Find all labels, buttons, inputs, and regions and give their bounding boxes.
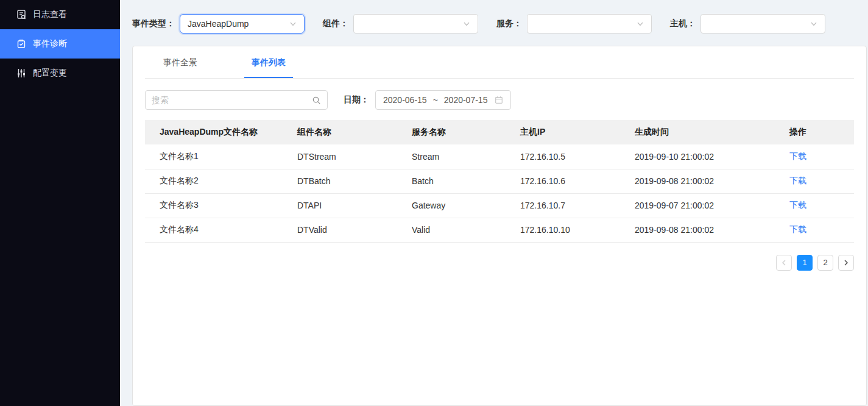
cell-component: DTAPI <box>297 193 412 218</box>
component-select[interactable] <box>353 14 478 34</box>
date-label: 日期： <box>344 94 369 105</box>
cell-ip: 172.16.10.5 <box>520 144 635 169</box>
sidebar-item-log-view[interactable]: 日志查看 <box>0 0 120 29</box>
cell-ip: 172.16.10.7 <box>520 193 635 218</box>
cell-time: 2019-09-07 21:00:02 <box>635 193 789 218</box>
tab-event-list[interactable]: 事件列表 <box>244 46 293 78</box>
cell-service: Stream <box>412 144 520 169</box>
col-file-name: JavaHeapDump文件名称 <box>145 120 297 144</box>
sidebar-item-label: 事件诊断 <box>33 38 67 49</box>
col-action: 操作 <box>789 120 854 144</box>
cell-time: 2019-09-08 21:00:02 <box>635 169 789 193</box>
chevron-down-icon <box>289 20 297 27</box>
search-icon[interactable] <box>312 96 321 105</box>
clipboard-check-icon <box>16 38 27 49</box>
cell-ip: 172.16.10.10 <box>520 218 635 242</box>
cell-file-name: 文件名称3 <box>145 193 297 218</box>
filter-host: 主机： <box>670 14 825 34</box>
date-range-picker[interactable]: 2020-06-15 ~ 2020-07-15 <box>375 90 511 110</box>
sidebar: 日志查看 事件诊断 配置变更 <box>0 0 120 406</box>
prev-page-button[interactable] <box>776 255 792 271</box>
filter-host-label: 主机： <box>670 18 696 29</box>
table-row: 文件名称4 DTValid Valid 172.16.10.10 2019-09… <box>145 218 854 242</box>
col-created-time: 生成时间 <box>635 120 789 144</box>
pagination: 1 2 <box>145 255 854 271</box>
chevron-down-icon <box>463 20 470 27</box>
download-link[interactable]: 下载 <box>789 200 806 210</box>
tab-event-overview[interactable]: 事件全景 <box>156 46 205 78</box>
filter-component-label: 组件： <box>323 18 348 29</box>
table-row: 文件名称3 DTAPI Gateway 172.16.10.7 2019-09-… <box>145 193 854 218</box>
sidebar-item-config-change[interactable]: 配置变更 <box>0 59 120 88</box>
search-input[interactable] <box>152 95 312 105</box>
sliders-icon <box>16 68 27 79</box>
download-link[interactable]: 下载 <box>789 224 806 234</box>
download-link[interactable]: 下载 <box>789 151 806 161</box>
cell-file-name: 文件名称2 <box>145 169 297 193</box>
cell-ip: 172.16.10.6 <box>520 169 635 193</box>
filter-bar: 事件类型： JavaHeapDump 组件： 服务： <box>120 0 868 34</box>
filter-service-label: 服务： <box>496 18 522 29</box>
date-start[interactable]: 2020-06-15 <box>383 95 427 105</box>
cell-time: 2019-09-10 21:00:02 <box>635 144 789 169</box>
chevron-down-icon <box>810 20 817 27</box>
filter-event-type-label: 事件类型： <box>132 18 175 29</box>
search-box <box>145 90 328 110</box>
filter-component: 组件： <box>323 14 478 34</box>
sidebar-item-event-diagnosis[interactable]: 事件诊断 <box>0 29 120 59</box>
page-button-1[interactable]: 1 <box>797 255 813 271</box>
col-host-ip: 主机IP <box>520 120 635 144</box>
cell-component: DTValid <box>297 218 412 242</box>
calendar-icon <box>495 96 503 104</box>
table-header-row: JavaHeapDump文件名称 组件名称 服务名称 主机IP 生成时间 操作 <box>145 120 854 144</box>
cell-component: DTBatch <box>297 169 412 193</box>
cell-file-name: 文件名称1 <box>145 144 297 169</box>
event-type-select[interactable]: JavaHeapDump <box>180 14 305 34</box>
col-component-name: 组件名称 <box>297 120 412 144</box>
event-table: JavaHeapDump文件名称 组件名称 服务名称 主机IP 生成时间 操作 … <box>145 120 854 243</box>
table-row: 文件名称2 DTBatch Batch 172.16.10.6 2019-09-… <box>145 169 854 193</box>
col-service-name: 服务名称 <box>412 120 520 144</box>
content-card: 事件全景 事件列表 日期： 2020-06-15 ~ 2020-07-15 <box>132 46 867 406</box>
main-content: 事件类型： JavaHeapDump 组件： 服务： <box>120 0 868 406</box>
host-select[interactable] <box>700 14 825 34</box>
cell-file-name: 文件名称4 <box>145 218 297 242</box>
chevron-down-icon <box>637 20 644 27</box>
next-page-button[interactable] <box>838 255 854 271</box>
cell-component: DTStream <box>297 144 412 169</box>
cell-service: Valid <box>412 218 520 242</box>
toolbar: 日期： 2020-06-15 ~ 2020-07-15 <box>145 90 854 110</box>
page-button-2[interactable]: 2 <box>817 255 833 271</box>
cell-service: Gateway <box>412 193 520 218</box>
service-select[interactable] <box>527 14 652 34</box>
cell-service: Batch <box>412 169 520 193</box>
date-end[interactable]: 2020-07-15 <box>444 95 488 105</box>
filter-service: 服务： <box>496 14 652 34</box>
log-search-icon <box>16 9 27 20</box>
table-row: 文件名称1 DTStream Stream 172.16.10.5 2019-0… <box>145 144 854 169</box>
cell-time: 2019-09-08 21:00:02 <box>635 218 789 242</box>
sidebar-item-label: 日志查看 <box>33 9 67 20</box>
filter-event-type: 事件类型： JavaHeapDump <box>132 14 305 34</box>
event-type-value: JavaHeapDump <box>188 19 249 29</box>
tabs: 事件全景 事件列表 <box>145 46 854 79</box>
download-link[interactable]: 下载 <box>789 176 806 185</box>
sidebar-item-label: 配置变更 <box>33 68 67 79</box>
date-separator: ~ <box>433 95 438 105</box>
